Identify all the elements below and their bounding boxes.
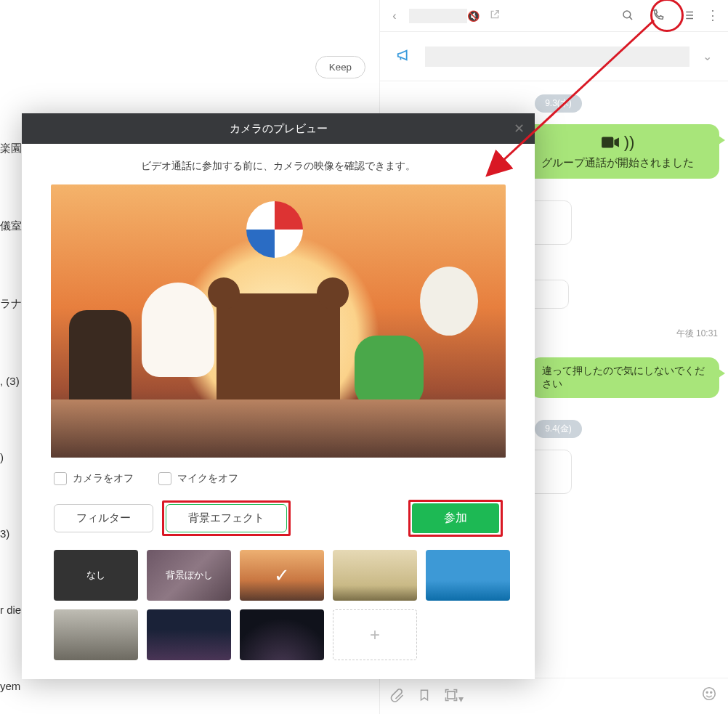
toggle-row: カメラをオフ マイクをオフ [22,468,535,494]
checkbox-icon [54,472,67,485]
announcement-bar[interactable]: ⌄ [380,32,728,81]
effects-grid: なし 背景ぼかし ✓ + [22,547,535,679]
effect-none[interactable]: なし [54,550,138,601]
close-icon[interactable]: ✕ [514,121,525,137]
camera-off-checkbox[interactable]: カメラをオフ [54,472,134,485]
capture-icon[interactable]: ▾ [444,688,464,705]
bookmark-icon[interactable] [418,688,431,705]
more-icon[interactable]: ⋮ [706,7,719,23]
checkbox-label: マイクをオフ [177,472,238,485]
chat-header: ‹ 🔇 ⋮ [380,0,728,32]
svg-line-1 [629,17,632,20]
modal-button-row: フィルター 背景エフェクト 参加 [22,494,535,547]
effect-beach[interactable] [426,550,510,601]
megaphone-icon [396,47,412,65]
search-icon[interactable] [621,9,634,24]
plus-icon: + [370,625,380,645]
check-icon: ✓ [274,564,290,587]
chevron-down-icon[interactable]: ⌄ [703,49,712,63]
effect-add[interactable]: + [333,609,417,660]
annotation-box: 背景エフェクト [162,500,291,536]
attach-icon[interactable] [390,688,405,705]
filter-button[interactable]: フィルター [54,504,153,532]
date-separator: 9.4(金) [535,420,582,438]
list-icon[interactable] [682,9,695,24]
effect-selected[interactable]: ✓ [240,550,324,601]
call-started-bubble[interactable]: )) グループ通話が開始されました [516,124,719,179]
modal-header: カメラのプレビュー ✕ [22,113,535,144]
chat-title-redacted [409,9,467,23]
checkbox-icon [158,472,171,485]
effect-label: なし [86,569,105,582]
effect-starry[interactable] [240,609,324,660]
bubble-text: グループ通話が開始されました [530,156,705,170]
popout-icon[interactable] [489,9,501,23]
checkbox-label: カメラをオフ [73,472,134,485]
svg-rect-9 [448,691,455,699]
emoji-icon[interactable] [701,686,717,704]
bubble-text: 違って押したので気にしないでください [542,365,705,389]
video-icon: )) [601,133,635,152]
svg-point-10 [703,688,716,700]
modal-title: カメラのプレビュー [230,122,328,136]
modal-description: ビデオ通話に参加する前に、カメラの映像を確認できます。 [22,144,535,182]
background-effect-button[interactable]: 背景エフェクト [166,504,287,532]
camera-preview [51,184,506,458]
keep-button[interactable]: Keep [315,56,365,78]
date-separator: 9.3(木) [535,94,582,113]
effect-cityscape[interactable] [147,609,231,660]
effect-label: 背景ぼかし [166,569,213,582]
camera-preview-modal: カメラのプレビュー ✕ ビデオ通話に参加する前に、カメラの映像を確認できます。 … [22,113,535,679]
svg-point-0 [623,11,631,18]
mute-icon: 🔇 [467,10,480,22]
annotation-box: 参加 [408,500,503,537]
back-icon[interactable]: ‹ [387,9,402,23]
effect-room[interactable] [333,550,417,601]
annotation-circle [650,0,684,32]
mic-off-checkbox[interactable]: マイクをオフ [158,472,238,485]
join-button[interactable]: 参加 [412,503,499,533]
chat-input-bar: ▾ [380,678,728,714]
announcement-redacted [425,46,689,67]
svg-point-11 [706,691,708,693]
svg-rect-8 [602,137,613,147]
sidebar-item[interactable]: yem [0,680,26,692]
effect-blur[interactable]: 背景ぼかし [147,550,231,601]
effect-classroom[interactable] [54,609,138,660]
chat-bubble-self: 違って押したので気にしないでください [530,357,719,398]
svg-point-12 [711,691,712,693]
